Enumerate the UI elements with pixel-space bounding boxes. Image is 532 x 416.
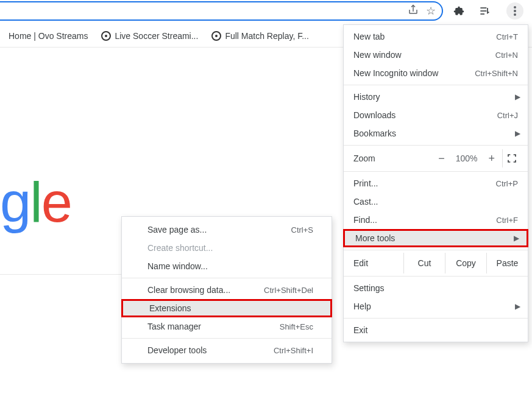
zoom-in-button[interactable]: +	[488, 152, 495, 165]
zoom-out-button[interactable]: −	[438, 152, 445, 165]
menu-edit-row: Edit Cut Copy Paste	[344, 253, 528, 273]
edit-cut-button[interactable]: Cut	[403, 253, 445, 273]
submenu-save-page[interactable]: Save page as...Ctrl+S	[122, 220, 332, 239]
bookmark-item[interactable]: Home | Ovo Streams	[9, 31, 88, 41]
menu-history[interactable]: History▶	[344, 88, 528, 106]
zoom-label: Zoom	[353, 153, 438, 163]
address-bar[interactable]: ☆	[0, 1, 443, 21]
menu-separator	[344, 145, 528, 146]
edit-paste-button[interactable]: Paste	[486, 253, 528, 273]
extensions-puzzle-icon[interactable]	[452, 4, 466, 18]
menu-help[interactable]: Help▶	[344, 297, 528, 316]
menu-new-window[interactable]: New windowCtrl+N	[344, 46, 528, 64]
menu-separator	[344, 85, 528, 85]
edit-label: Edit	[344, 258, 403, 268]
menu-separator	[122, 278, 332, 278]
menu-downloads[interactable]: DownloadsCtrl+J	[344, 106, 528, 124]
submenu-extensions[interactable]: Extensions	[121, 299, 332, 317]
svg-point-5	[514, 13, 516, 16]
menu-separator	[122, 338, 332, 339]
bookmark-item[interactable]: Live Soccer Streami...	[101, 31, 198, 41]
menu-incognito[interactable]: New Incognito windowCtrl+Shift+N	[344, 64, 528, 82]
google-logo-fragment: gle	[0, 171, 71, 234]
submenu-clear-browsing-data[interactable]: Clear browsing data...Ctrl+Shift+Del	[122, 281, 332, 299]
menu-print[interactable]: Print...Ctrl+P	[344, 174, 528, 192]
bookmark-star-icon[interactable]: ☆	[426, 4, 436, 18]
menu-bookmarks[interactable]: Bookmarks▶	[344, 124, 528, 143]
submenu-developer-tools[interactable]: Developer toolsCtrl+Shift+I	[122, 341, 332, 359]
chevron-right-icon: ▶	[515, 302, 520, 311]
share-icon[interactable]	[408, 4, 419, 18]
svg-point-3	[514, 6, 516, 9]
menu-settings[interactable]: Settings	[344, 279, 528, 297]
chevron-right-icon: ▶	[514, 234, 519, 242]
chrome-menu-button[interactable]	[506, 2, 523, 19]
bookmark-label: Live Soccer Streami...	[115, 31, 198, 41]
submenu-create-shortcut: Create shortcut...	[122, 239, 332, 257]
soccer-icon	[101, 31, 111, 41]
svg-point-4	[514, 10, 516, 12]
more-tools-submenu: Save page as...Ctrl+S Create shortcut...…	[121, 216, 332, 364]
menu-zoom-row: Zoom − 100% +	[344, 148, 528, 169]
menu-exit[interactable]: Exit	[344, 321, 528, 339]
menu-separator	[344, 171, 528, 172]
submenu-task-manager[interactable]: Task managerShift+Esc	[122, 317, 332, 336]
chevron-right-icon: ▶	[515, 93, 520, 101]
submenu-name-window[interactable]: Name window...	[122, 257, 332, 275]
bookmark-label: Home | Ovo Streams	[9, 31, 88, 41]
menu-more-tools[interactable]: More tools▶	[343, 229, 528, 247]
menu-separator	[344, 250, 528, 250]
fullscreen-button[interactable]	[502, 149, 520, 167]
menu-new-tab[interactable]: New tabCtrl+T	[344, 27, 528, 46]
reading-list-icon[interactable]	[477, 4, 492, 18]
menu-separator	[344, 276, 528, 277]
chrome-main-menu: New tabCtrl+T New windowCtrl+N New Incog…	[343, 24, 528, 342]
bookmark-label: Full Match Replay, F...	[225, 31, 308, 41]
menu-separator	[344, 318, 528, 319]
menu-find[interactable]: Find...Ctrl+F	[344, 211, 528, 229]
edit-copy-button[interactable]: Copy	[445, 253, 486, 273]
menu-cast[interactable]: Cast...	[344, 192, 528, 211]
bookmark-item[interactable]: Full Match Replay, F...	[211, 31, 308, 41]
soccer-icon	[211, 31, 221, 41]
chevron-right-icon: ▶	[515, 129, 520, 138]
zoom-level: 100%	[456, 153, 478, 163]
